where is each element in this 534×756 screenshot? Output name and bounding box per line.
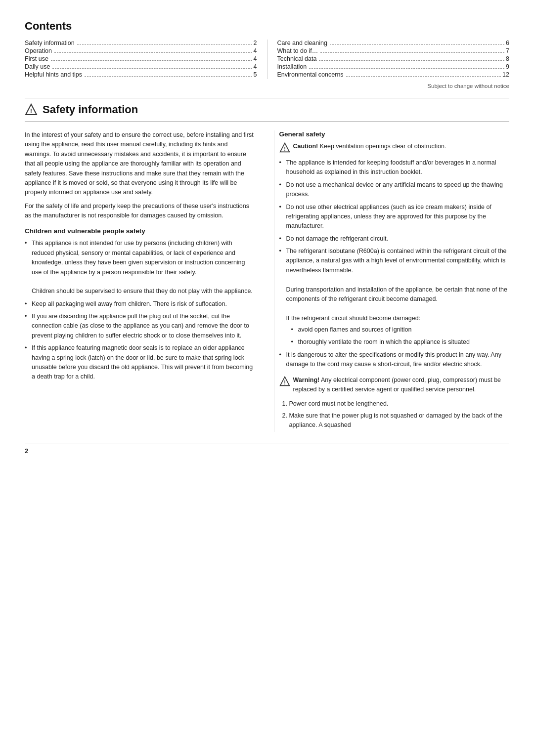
warning-label: Warning!	[293, 377, 320, 383]
contents-dots	[85, 76, 252, 77]
contents-item-label: Technical data	[277, 55, 317, 62]
children-subtitle: Children and vulnerable people safety	[25, 227, 255, 235]
contents-title: Contents	[25, 20, 509, 33]
safety-heading-section: ! Safety information	[25, 98, 509, 122]
contents-item-label: Safety information	[25, 40, 75, 46]
contents-page: 4	[254, 63, 257, 70]
list-item: Power cord must not be lengthened.	[289, 399, 510, 409]
contents-page: 6	[506, 40, 509, 46]
contents-item-label: Care and cleaning	[277, 40, 327, 46]
contents-page: 7	[506, 47, 509, 54]
contents-page: 5	[254, 71, 257, 78]
list-item: Do not use other electrical appliances (…	[279, 203, 510, 231]
intro-para-1: In the interest of your safety and to en…	[25, 130, 255, 198]
contents-row: First use4	[25, 55, 257, 62]
contents-dots	[52, 68, 252, 69]
contents-page: 8	[506, 55, 509, 62]
list-item: thoroughly ventilate the room in which t…	[291, 337, 510, 347]
contents-page: 12	[502, 71, 509, 78]
caution-body: Keep ventilation openings clear of obstr…	[320, 143, 446, 150]
subject-to-change: Subject to change without notice	[25, 83, 509, 89]
contents-dots	[320, 52, 504, 53]
page-number: 2	[25, 444, 509, 455]
contents-row: Safety information2	[25, 40, 257, 46]
contents-item-label: First use	[25, 55, 48, 62]
contents-page: 4	[254, 55, 257, 62]
contents-table: Safety information2Operation4First use4D…	[25, 40, 509, 79]
list-item: This appliance is not intended for use b…	[25, 239, 255, 296]
caution-text: Caution! Keep ventilation openings clear…	[293, 142, 446, 151]
warning-icon: !	[279, 376, 290, 387]
caution-icon: !	[279, 142, 290, 153]
list-item: The refrigerant isobutane (R600a) is con…	[279, 247, 510, 347]
contents-dots	[51, 60, 252, 61]
caution-block: ! Caution! Keep ventilation openings cle…	[279, 142, 510, 153]
list-item: The appliance is intended for keeping fo…	[279, 158, 510, 177]
children-bullets-list: This appliance is not intended for use b…	[25, 239, 255, 381]
contents-item-label: Environmental concerns	[277, 71, 344, 78]
svg-text:!: !	[284, 379, 286, 385]
contents-row: Installation9	[277, 63, 510, 70]
svg-text:!: !	[284, 146, 286, 152]
list-item: Make sure that the power plug is not squ…	[289, 411, 510, 430]
svg-text:!: !	[30, 107, 32, 115]
safety-warning-icon: !	[25, 103, 38, 116]
contents-section: Contents Safety information2Operation4Fi…	[25, 20, 509, 89]
contents-page: 2	[254, 40, 257, 46]
caution-label: Caution!	[293, 143, 318, 150]
list-item: If you are discarding the appliance pull…	[25, 312, 255, 340]
contents-page: 4	[254, 47, 257, 54]
contents-item-label: Daily use	[25, 63, 50, 70]
contents-dots	[54, 52, 252, 53]
safety-heading-title: Safety information	[43, 103, 138, 116]
contents-item-label: Operation	[25, 47, 52, 54]
general-safety-subtitle: General safety	[279, 130, 510, 138]
contents-row: Care and cleaning6	[277, 40, 510, 46]
list-item: Keep all packaging well away from childr…	[25, 299, 255, 309]
warning-body: Any electrical component (power cord, pl…	[293, 377, 501, 393]
general-bullets-list: The appliance is intended for keeping fo…	[279, 158, 510, 370]
contents-row: Environmental concerns12	[277, 71, 510, 78]
contents-dots	[309, 68, 504, 69]
warning-block: ! Warning! Any electrical component (pow…	[279, 376, 510, 395]
intro-para-2: For the safety of life and property keep…	[25, 202, 255, 221]
contents-dots	[330, 44, 504, 45]
right-column: General safety ! Caution! Keep ventilati…	[274, 130, 510, 432]
dash-list: avoid open flames and sources of ignitio…	[286, 325, 510, 347]
warning-text-block: Warning! Any electrical component (power…	[293, 376, 510, 395]
contents-row: Helpful hints and tips5	[25, 71, 257, 78]
left-column: In the interest of your safety and to en…	[25, 130, 260, 432]
contents-dots	[77, 44, 252, 45]
contents-item-label: Helpful hints and tips	[25, 71, 82, 78]
contents-page: 9	[506, 63, 509, 70]
contents-left-col: Safety information2Operation4First use4D…	[25, 40, 267, 79]
list-item: Do not damage the refrigerant circuit.	[279, 234, 510, 244]
list-item: Do not use a mechanical device or any ar…	[279, 180, 510, 200]
list-item: It is dangerous to alter the specificati…	[279, 350, 510, 370]
contents-row: Technical data8	[277, 55, 510, 62]
list-item: avoid open flames and sources of ignitio…	[291, 325, 510, 335]
contents-row: Daily use4	[25, 63, 257, 70]
contents-dots	[346, 76, 501, 77]
contents-dots	[319, 60, 504, 61]
contents-row: Operation4	[25, 47, 257, 54]
contents-right-col: Care and cleaning6What to do if…7Technic…	[267, 40, 510, 79]
list-item: If this appliance featuring magnetic doo…	[25, 343, 255, 382]
numbered-list: Power cord must not be lengthened.Make s…	[279, 399, 510, 430]
contents-item-label: What to do if…	[277, 47, 318, 54]
main-columns: In the interest of your safety and to en…	[25, 130, 509, 432]
contents-row: What to do if…7	[277, 47, 510, 54]
contents-item-label: Installation	[277, 63, 307, 70]
